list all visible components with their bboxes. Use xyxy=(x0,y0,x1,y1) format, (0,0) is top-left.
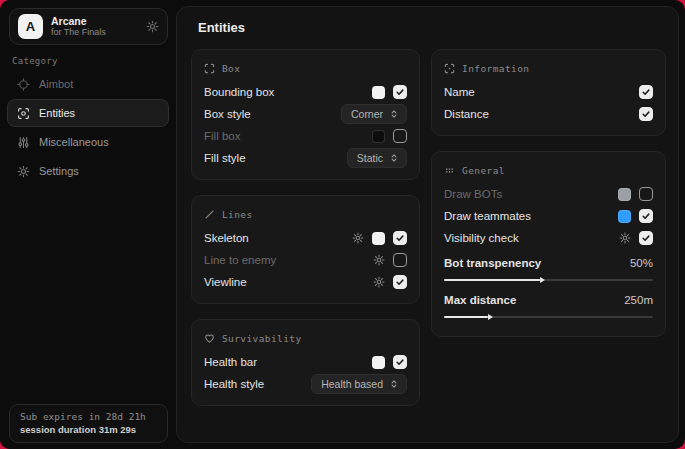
crosshair-icon xyxy=(17,78,30,91)
fill-box-checkbox[interactable] xyxy=(393,129,407,143)
fill-style-dropdown[interactable]: Static xyxy=(347,148,407,168)
distance-checkbox[interactable] xyxy=(639,107,653,121)
bounding-box-color-swatch[interactable] xyxy=(372,86,385,99)
information-card-header: Information xyxy=(444,59,653,77)
fill-box-color-swatch[interactable] xyxy=(372,130,385,143)
line-to-enemy-settings-gear-icon[interactable] xyxy=(373,254,385,266)
draw-bots-checkbox[interactable] xyxy=(639,187,653,201)
row-label: Skeleton xyxy=(204,232,352,244)
chevrons-up-down-icon xyxy=(389,379,399,389)
visibility-check-checkbox[interactable] xyxy=(639,231,653,245)
check-icon xyxy=(395,233,405,243)
survivability-card: Survivability Health bar Health style xyxy=(191,319,420,406)
draw-teammates-color-swatch[interactable] xyxy=(618,210,631,223)
check-icon xyxy=(395,277,405,287)
sidebar-item-label: Settings xyxy=(39,165,79,177)
brand-text: Arcane for The Finals xyxy=(51,15,138,37)
page-title: Entities xyxy=(198,20,666,35)
dropdown-value: Health based xyxy=(321,378,383,390)
check-icon xyxy=(395,87,405,97)
category-label: Category xyxy=(12,56,58,66)
row-label: Line to enemy xyxy=(204,254,373,266)
row-draw-teammates: Draw teammates xyxy=(444,205,653,227)
skeleton-checkbox[interactable] xyxy=(393,231,407,245)
row-label: Draw BOTs xyxy=(444,188,618,200)
right-column: Information Name Distance xyxy=(431,49,666,406)
check-icon xyxy=(641,211,651,221)
max-distance-slider[interactable] xyxy=(444,312,653,322)
row-label: Health style xyxy=(204,378,311,390)
heart-icon xyxy=(204,333,215,344)
draw-bots-color-swatch[interactable] xyxy=(618,188,631,201)
check-icon xyxy=(395,357,405,367)
dropdown-value: Corner xyxy=(351,108,383,120)
app-logo: A xyxy=(18,14,43,39)
row-label: Bot transpenency xyxy=(444,257,630,269)
card-header-label: General xyxy=(462,165,505,176)
sidebar-item-settings[interactable]: Settings xyxy=(7,157,169,185)
health-bar-checkbox[interactable] xyxy=(393,355,407,369)
bounding-box-checkbox[interactable] xyxy=(393,85,407,99)
visibility-check-settings-gear-icon[interactable] xyxy=(619,232,631,244)
general-card: General Draw BOTs Draw teammates xyxy=(431,151,666,337)
lines-card-header: Lines xyxy=(204,205,407,223)
sidebar-item-aimbot[interactable]: Aimbot xyxy=(7,70,169,98)
name-checkbox[interactable] xyxy=(639,85,653,99)
health-style-dropdown[interactable]: Health based xyxy=(311,374,407,394)
grid-dots-icon xyxy=(444,165,455,176)
row-label: Name xyxy=(444,86,639,98)
bot-transpenency-slider[interactable] xyxy=(444,275,653,285)
row-label: Box style xyxy=(204,108,341,120)
slider-fill xyxy=(444,279,540,281)
sidebar-item-label: Aimbot xyxy=(39,78,73,90)
main-panel: Entities Box Bounding box xyxy=(176,6,679,443)
row-label: Viewline xyxy=(204,276,373,288)
settings-columns: Box Bounding box Box style xyxy=(191,49,666,406)
subscription-panel: Sub expires in 28d 21h session duration … xyxy=(9,404,168,443)
brand-gear-icon[interactable] xyxy=(146,20,159,33)
row-name: Name xyxy=(444,81,653,103)
scan-info-icon xyxy=(444,63,455,74)
row-bounding-box: Bounding box xyxy=(204,81,407,103)
row-label: Max distance xyxy=(444,294,624,306)
box-style-dropdown[interactable]: Corner xyxy=(341,104,407,124)
row-label: Fill style xyxy=(204,152,347,164)
app-window: A Arcane for The Finals Category xyxy=(0,0,685,449)
sliders-icon xyxy=(17,136,30,149)
sidebar-item-entities[interactable]: Entities xyxy=(7,99,169,127)
card-header-label: Information xyxy=(462,63,529,74)
row-visibility-check: Visibility check xyxy=(444,227,653,249)
skeleton-settings-gear-icon[interactable] xyxy=(352,232,364,244)
brand-subtitle: for The Finals xyxy=(51,27,138,37)
viewline-settings-gear-icon[interactable] xyxy=(373,276,385,288)
line-to-enemy-checkbox[interactable] xyxy=(393,253,407,267)
box-card: Box Bounding box Box style xyxy=(191,49,420,180)
viewline-checkbox[interactable] xyxy=(393,275,407,289)
sidebar-item-label: Entities xyxy=(39,107,75,119)
sidebar-item-miscellaneous[interactable]: Miscellaneous xyxy=(7,128,169,156)
sidebar-item-label: Miscellaneous xyxy=(39,136,109,148)
sub-expires-text: Sub expires in 28d 21h xyxy=(20,411,157,422)
health-bar-color-swatch[interactable] xyxy=(372,356,385,369)
information-card: Information Name Distance xyxy=(431,49,666,136)
diagonal-line-icon xyxy=(204,209,215,220)
check-icon xyxy=(641,233,651,243)
slider-fill xyxy=(444,316,488,318)
row-health-style: Health style Health based xyxy=(204,373,407,395)
row-skeleton: Skeleton xyxy=(204,227,407,249)
box-select-icon xyxy=(204,63,215,74)
slider-track xyxy=(444,279,653,281)
row-label: Bounding box xyxy=(204,86,372,98)
draw-teammates-checkbox[interactable] xyxy=(639,209,653,223)
card-header-label: Survivability xyxy=(222,333,302,344)
slider-track xyxy=(444,316,653,318)
row-health-bar: Health bar xyxy=(204,351,407,373)
check-icon xyxy=(641,87,651,97)
gear-icon xyxy=(17,165,30,178)
skeleton-color-swatch[interactable] xyxy=(372,232,385,245)
row-bot-transpenency: Bot transpenency 50% xyxy=(444,252,653,274)
box-card-header: Box xyxy=(204,59,407,77)
chevrons-up-down-icon xyxy=(389,109,399,119)
bot-transpenency-value: 50% xyxy=(630,257,653,269)
row-label: Draw teammates xyxy=(444,210,618,222)
